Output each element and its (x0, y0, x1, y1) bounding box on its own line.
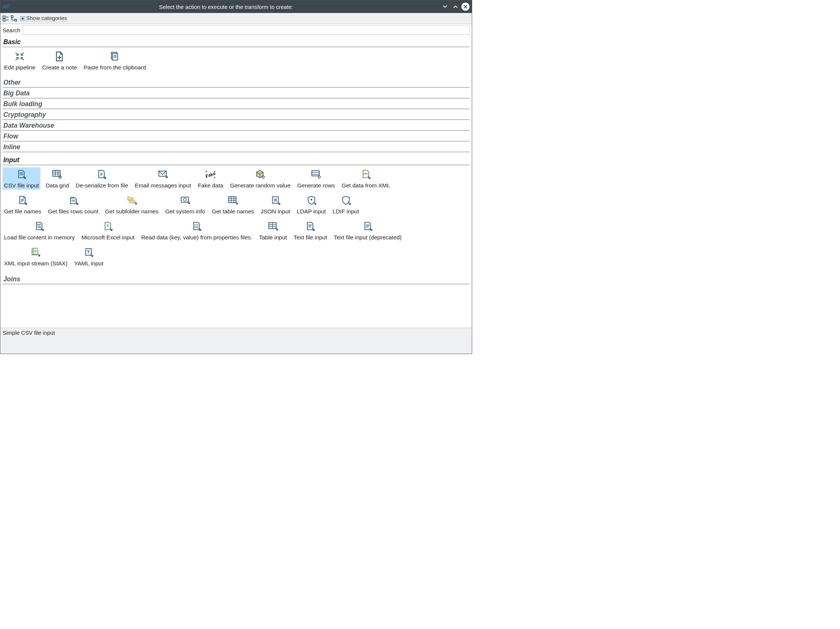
category-datawarehouse-header[interactable]: Data Warehouse (3, 121, 469, 131)
item-label: De-serialize from file (76, 182, 128, 189)
item-label: Create a note (42, 64, 77, 71)
item-label: LDAP input (297, 208, 326, 215)
category-bigdata-header[interactable]: Big Data (3, 88, 469, 98)
file-count-icon: 123 (67, 195, 79, 206)
status-bar: Simple CSV file input (0, 328, 472, 354)
app-flag-icon (3, 4, 10, 9)
category-cryptography-header[interactable]: Cryptography (3, 110, 469, 120)
svg-text:XML: XML (33, 250, 38, 252)
transform-get-system-info[interactable]: Get system info (164, 193, 207, 216)
table-icon (226, 195, 239, 206)
category-input-items-row3: Load file content in memory X Microsoft … (3, 219, 469, 244)
transform-text-file-input-deprecated[interactable]: Text file input (deprecated) (332, 219, 403, 241)
svg-text:#: # (101, 172, 103, 176)
item-label: JSON input (261, 208, 290, 215)
transform-ldap-input[interactable]: LDAP input (295, 193, 327, 216)
transform-table-input[interactable]: Table input (257, 219, 288, 241)
transform-generate-random[interactable]: Generate random value (229, 167, 292, 190)
toggle-view-grid-button[interactable] (2, 14, 10, 23)
text-file-deprecated-icon (362, 221, 374, 232)
category-input-items-row2: Get file names 123 Get files rows count (3, 192, 469, 219)
grid-gear-icon (51, 169, 63, 180)
item-label: Get files rows count (48, 208, 98, 215)
action-create-note[interactable]: Create a note (41, 49, 78, 72)
sysinfo-icon (179, 195, 191, 206)
close-button[interactable] (461, 3, 469, 11)
collapse-down-button[interactable] (441, 2, 450, 11)
fake-icon: Fake (204, 169, 217, 180)
transform-yaml-input[interactable]: Y YAML input (73, 245, 105, 268)
item-label: Get file names (4, 208, 41, 215)
svg-point-26 (206, 177, 207, 178)
shield-icon (339, 195, 352, 206)
transform-excel-input[interactable]: X Microsoft Excel input (80, 219, 136, 241)
transform-email-input[interactable]: Email messages input (133, 167, 193, 190)
cube-gear-icon (254, 169, 267, 180)
show-categories-label: Show categories (26, 15, 67, 22)
svg-point-28 (262, 176, 264, 178)
search-label: Search (3, 27, 21, 33)
transform-text-file-input[interactable]: Text file input (292, 219, 328, 241)
transform-xml-stax-input[interactable]: XML XML input stream (StAX) (3, 245, 69, 268)
category-other-header[interactable]: Other (3, 77, 469, 88)
item-label: CSV file input (4, 182, 39, 189)
item-label: LDIF input (333, 208, 359, 215)
transform-json-input[interactable]: JSON input (259, 193, 291, 216)
category-flow-header[interactable]: Flow (3, 131, 469, 141)
file-plus-icon (53, 51, 66, 62)
transform-generate-rows[interactable]: Generate rows (296, 167, 337, 190)
category-scroll-area[interactable]: Basic Edit pipeline (0, 36, 472, 328)
svg-point-54 (194, 224, 195, 225)
file-lines-icon (16, 195, 29, 206)
transform-get-files-rows-count[interactable]: 123 Get files rows count (46, 193, 100, 216)
transform-get-subfolder-names[interactable]: Get subfolder names (104, 193, 160, 216)
action-edit-pipeline[interactable]: Edit pipeline (3, 49, 37, 72)
shield-dot-icon (305, 195, 318, 206)
transform-get-file-names[interactable]: Get file names (3, 193, 43, 216)
item-label: Generate random value (230, 182, 291, 189)
item-label: Text file input (deprecated) (334, 234, 402, 241)
category-basic-header[interactable]: Basic (3, 37, 469, 47)
action-paste-clipboard[interactable]: Paste from the clipboard (82, 49, 147, 72)
svg-rect-7 (112, 54, 118, 60)
item-label: Fake data (198, 182, 223, 189)
category-input-items-row1: CSV file input Data (3, 167, 469, 192)
toggle-view-tree-button[interactable] (10, 14, 18, 23)
svg-rect-29 (312, 171, 319, 176)
item-label: Data grid (46, 182, 69, 189)
item-label: XML input stream (StAX) (4, 260, 68, 267)
transform-csv-file-input[interactable]: CSV file input (3, 167, 41, 190)
transform-data-grid[interactable]: Data grid (44, 167, 71, 190)
category-bulkloading-header[interactable]: Bulk loading (3, 99, 469, 109)
search-bar: Search (0, 24, 472, 36)
svg-point-41 (183, 198, 186, 201)
transform-deserialize-file[interactable]: # De-serialize from file (74, 167, 129, 190)
svg-rect-50 (37, 224, 41, 225)
item-label: Get data from XML (341, 182, 390, 189)
search-input[interactable] (23, 25, 469, 35)
table-in-icon (267, 221, 279, 232)
svg-point-56 (194, 226, 195, 227)
item-label: Get system info (165, 208, 205, 215)
category-joins-header[interactable]: Joins (3, 274, 469, 284)
item-label: Table input (259, 234, 287, 241)
status-description: Simple CSV file input (3, 329, 55, 336)
item-label: Generate rows (297, 182, 335, 189)
transform-fake-data[interactable]: Fake Fake data (196, 167, 225, 190)
envelope-icon (156, 169, 169, 180)
category-inline-header[interactable]: Inline (3, 142, 469, 152)
csv-file-icon (15, 169, 28, 180)
transform-get-xml[interactable]: XML Get data from XML (340, 167, 392, 190)
collapse-arrows-icon (13, 51, 26, 62)
svg-rect-14 (53, 170, 60, 176)
show-categories-checkbox[interactable]: Show categories (21, 15, 67, 22)
xml-file-icon: XML (360, 169, 372, 180)
transform-ldif-input[interactable]: LDIF input (331, 193, 361, 216)
transform-read-properties[interactable]: Read data (key, value) from properties f… (140, 219, 254, 241)
transform-get-table-names[interactable]: Get table names (210, 193, 256, 216)
svg-rect-42 (229, 197, 236, 203)
transform-load-file-memory[interactable]: Load file content in memory (3, 219, 76, 241)
category-input-header[interactable]: Input (3, 155, 469, 165)
item-label: Load file content in memory (4, 234, 74, 241)
collapse-up-button[interactable] (451, 2, 460, 11)
